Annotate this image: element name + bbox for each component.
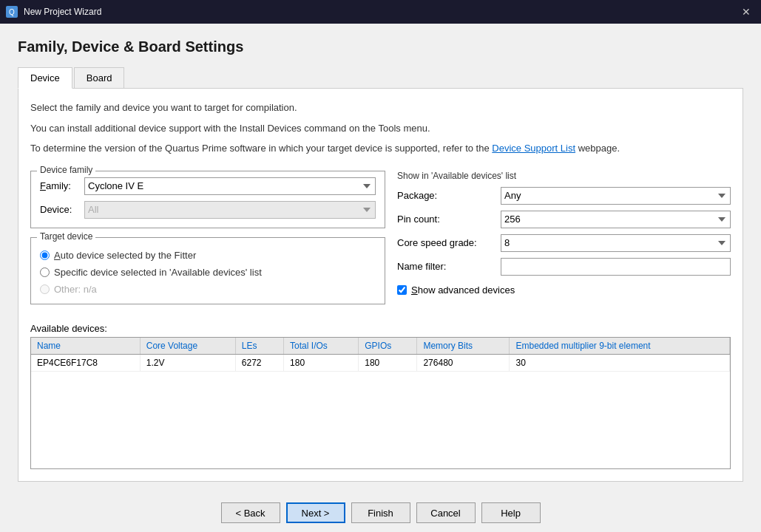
radio-other-label: Other: n/a [54,284,97,295]
page-title: Family, Device & Board Settings [18,38,743,55]
target-device-radios: Auto device selected by the Fitter Speci… [40,250,376,295]
family-label: Family: [40,180,84,191]
info-line2: You can install additional device suppor… [30,121,731,136]
cell-core-voltage: 1.2V [140,354,235,371]
info-line3-suffix: webpage. [575,143,620,154]
main-content: Family, Device & Board Settings Device B… [0,24,761,494]
tab-bar: Device Board [18,67,743,89]
package-row: Package: Any FineLine BGA PQFP TQFP [397,187,731,205]
col-total-ios: Total I/Os [284,338,359,355]
app-icon: Q [6,6,18,18]
cell-gpios: 180 [359,354,417,371]
radio-auto-input[interactable] [40,250,50,260]
info-line3: To determine the version of the Quartus … [30,141,731,156]
core-speed-row: Core speed grade: Any 6 7 8 [397,234,731,252]
cancel-button[interactable]: Cancel [416,502,476,523]
finish-button[interactable]: Finish [351,502,410,523]
main-panel: Select the family and device you want to… [18,89,743,482]
cell-les: 6272 [235,354,283,371]
radio-specific-input[interactable] [40,267,50,277]
col-core-voltage: Core Voltage [140,338,235,355]
name-filter-input[interactable] [501,258,731,276]
name-filter-row: Name filter: [397,258,731,276]
info-line3-prefix: To determine the version of the Quartus … [30,143,492,154]
available-section: Available devices: Name Core Voltage LEs… [30,323,731,469]
radio-specific-label: Specific device selected in 'Available d… [54,267,262,278]
radio-other: Other: n/a [40,284,376,295]
table-row[interactable]: EP4CE6F17C8 1.2V 6272 180 180 276480 30 [31,354,730,371]
main-window: Q New Project Wizard ✕ Family, Device & … [0,0,761,532]
pin-count-select[interactable]: Any 256 144 484 [501,211,731,228]
col-embedded-mult: Embedded multiplier 9-bit element [510,338,730,355]
title-bar: Q New Project Wizard ✕ [0,0,761,24]
family-row: Family: Cyclone IV E Cyclone IV GX Cyclo… [40,177,376,195]
core-speed-select[interactable]: Any 6 7 8 [501,234,731,252]
package-select[interactable]: Any FineLine BGA PQFP TQFP [501,187,731,205]
device-label: Device: [40,204,84,215]
next-button[interactable]: Next > [286,502,345,523]
cell-name: EP4CE6F17C8 [31,354,140,371]
device-support-link[interactable]: Device Support List [492,143,575,154]
help-button[interactable]: Help [481,502,541,523]
info-line1: Select the family and device you want to… [30,100,731,115]
package-label: Package: [397,190,501,201]
show-advanced-checkbox[interactable] [397,285,407,295]
table-header-row: Name Core Voltage LEs Total I/Os GPIOs M… [31,338,730,355]
devices-table: Name Core Voltage LEs Total I/Os GPIOs M… [31,338,730,372]
pin-count-row: Pin count: Any 256 144 484 [397,211,731,228]
device-select[interactable]: All [84,201,376,219]
close-button[interactable]: ✕ [737,3,755,21]
footer: < Back Next > Finish Cancel Help [0,494,761,532]
device-row: Device: All [40,201,376,219]
radio-auto: Auto device selected by the Fitter [40,250,376,261]
target-device-title: Target device [37,231,95,242]
right-column: Show in 'Available devices' list Package… [397,171,731,317]
left-column: Device family Family: Cyclone IV E Cyclo… [30,171,385,317]
col-gpios: GPIOs [359,338,417,355]
col-les: LEs [235,338,283,355]
cell-total-ios: 180 [284,354,359,371]
device-family-title: Device family [37,165,95,175]
available-label: Available devices: [30,323,731,334]
pin-count-label: Pin count: [397,214,501,225]
table-wrapper[interactable]: Name Core Voltage LEs Total I/Os GPIOs M… [31,338,730,468]
target-device-group: Target device Auto device selected by th… [30,237,385,304]
show-advanced-label: Show advanced devices [411,284,515,296]
two-col-layout: Device family Family: Cyclone IV E Cyclo… [30,171,731,317]
show-available-title: Show in 'Available devices' list [397,171,731,181]
radio-auto-label: Auto device selected by the Fitter [54,250,196,261]
cell-embedded-mult: 30 [510,354,730,371]
table-container: Name Core Voltage LEs Total I/Os GPIOs M… [30,337,731,469]
col-memory-bits: Memory Bits [417,338,510,355]
device-family-group: Device family Family: Cyclone IV E Cyclo… [30,171,385,228]
radio-specific: Specific device selected in 'Available d… [40,267,376,278]
tab-board[interactable]: Board [74,67,125,88]
core-speed-label: Core speed grade: [397,237,501,248]
back-button[interactable]: < Back [221,502,280,523]
radio-other-input [40,284,50,294]
show-advanced-row: Show advanced devices [397,284,731,296]
family-select[interactable]: Cyclone IV E Cyclone IV GX Cyclone V MAX… [84,177,376,195]
window-title: New Project Wizard [24,7,737,17]
cell-memory-bits: 276480 [417,354,510,371]
name-filter-label: Name filter: [397,261,501,272]
col-name: Name [31,338,140,355]
tab-device[interactable]: Device [18,67,72,89]
